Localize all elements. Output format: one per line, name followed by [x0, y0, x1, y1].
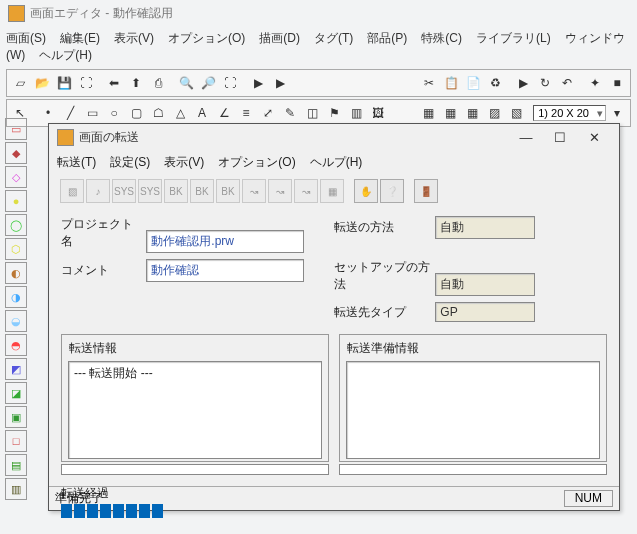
- scale-icon[interactable]: ⤢: [258, 103, 278, 123]
- circ-icon[interactable]: ○: [104, 103, 124, 123]
- menu-tag[interactable]: タグ(T): [314, 31, 353, 45]
- undo2-icon[interactable]: ⬆: [126, 73, 146, 93]
- cut-icon[interactable]: ✂: [419, 73, 439, 93]
- rrect-icon[interactable]: ▢: [126, 103, 146, 123]
- zoomrect-icon[interactable]: ⛶: [220, 73, 240, 93]
- grid-e-icon[interactable]: ▧: [506, 103, 526, 123]
- angle-icon[interactable]: ∠: [214, 103, 234, 123]
- transfer-dialog: 画面の転送 —☐✕ 転送(T)設定(S)表示(V)オプション(O)ヘルプ(H) …: [48, 123, 620, 129]
- fill-icon[interactable]: ≡: [236, 103, 256, 123]
- menu-option[interactable]: オプション(O): [168, 31, 245, 45]
- zoomout-icon[interactable]: 🔎: [198, 73, 218, 93]
- star-icon[interactable]: ✦: [585, 73, 605, 93]
- copy-icon[interactable]: 📋: [441, 73, 461, 93]
- app-icon: [8, 5, 25, 22]
- sel-icon[interactable]: ◫: [302, 103, 322, 123]
- text-icon[interactable]: A: [192, 103, 212, 123]
- menu-help[interactable]: ヘルプ(H): [39, 48, 92, 62]
- stop-icon[interactable]: ■: [607, 73, 627, 93]
- menu-screen[interactable]: 画面(S): [6, 31, 46, 45]
- ref1-icon[interactable]: ↻: [535, 73, 555, 93]
- ref2-icon[interactable]: ↶: [557, 73, 577, 93]
- menu-library[interactable]: ライブラリ(L): [476, 31, 551, 45]
- grid-b-icon[interactable]: ▦: [440, 103, 460, 123]
- play2-icon[interactable]: ▶: [270, 73, 290, 93]
- dot-icon[interactable]: •: [38, 103, 58, 123]
- main-menubar: 画面(S)編集(E)表示(V)オプション(O)描画(D)タグ(T)部品(P)特殊…: [0, 27, 637, 67]
- save-icon[interactable]: 💾: [54, 73, 74, 93]
- menu-view[interactable]: 表示(V): [114, 31, 154, 45]
- undo1-icon[interactable]: ⬅: [104, 73, 124, 93]
- grid-d-icon[interactable]: ▨: [484, 103, 504, 123]
- zoom-step-icon[interactable]: ▾: [607, 103, 627, 123]
- side-palette: ▭◆◇●◯⬡◐◑◒◓◩◪▣□▤▥: [5, 118, 27, 129]
- menu-edit[interactable]: 編集(E): [60, 31, 100, 45]
- open-icon[interactable]: 📂: [32, 73, 52, 93]
- toolbar-1: ▱📂💾⛶⬅⬆⎙🔍🔎⛶▶▶✂📋📄♻▶↻↶✦■: [6, 69, 631, 97]
- app-title: 画面エディタ - 動作確認用: [30, 5, 173, 22]
- zoomin-icon[interactable]: 🔍: [176, 73, 196, 93]
- fit-icon[interactable]: ⛶: [76, 73, 96, 93]
- new-icon[interactable]: ▱: [10, 73, 30, 93]
- player-icon[interactable]: ▶: [513, 73, 533, 93]
- poly-icon[interactable]: ☖: [148, 103, 168, 123]
- paste-icon[interactable]: 📄: [463, 73, 483, 93]
- pen-icon[interactable]: ✎: [280, 103, 300, 123]
- flag-icon[interactable]: ⚑: [324, 103, 344, 123]
- img-icon[interactable]: 🖼: [368, 103, 388, 123]
- sync-icon[interactable]: ♻: [485, 73, 505, 93]
- menu-parts[interactable]: 部品(P): [367, 31, 407, 45]
- grid-c-icon[interactable]: ▦: [462, 103, 482, 123]
- rect-icon[interactable]: ▭: [82, 103, 102, 123]
- palette-item[interactable]: ▭: [5, 118, 27, 129]
- pic-icon[interactable]: ▥: [346, 103, 366, 123]
- menu-draw[interactable]: 描画(D): [259, 31, 300, 45]
- size-combo[interactable]: 1) 20 X 20: [533, 105, 606, 121]
- grid-a-icon[interactable]: ▦: [418, 103, 438, 123]
- print-icon[interactable]: ⎙: [148, 73, 168, 93]
- menu-special[interactable]: 特殊(C): [421, 31, 462, 45]
- play1-icon[interactable]: ▶: [248, 73, 268, 93]
- line-icon[interactable]: ╱: [60, 103, 80, 123]
- tri-icon[interactable]: △: [170, 103, 190, 123]
